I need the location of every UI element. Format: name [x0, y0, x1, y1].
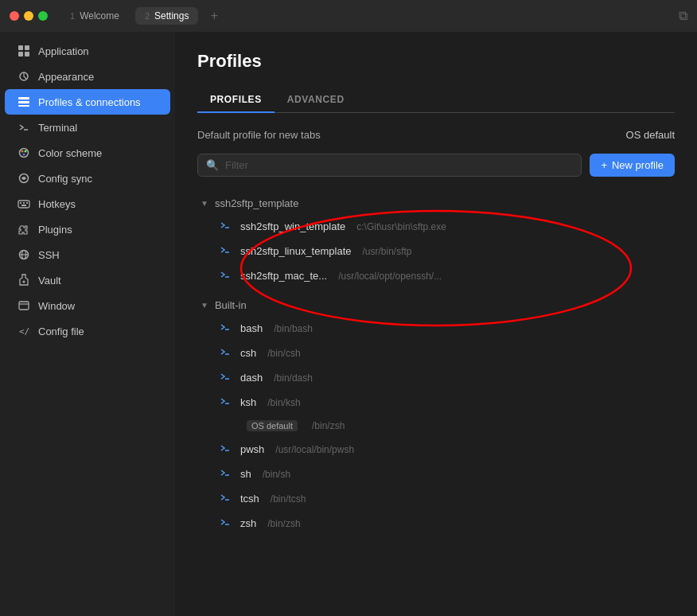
profile-path-pwsh: /usr/local/bin/pwsh — [275, 444, 354, 455]
minimize-button[interactable] — [24, 11, 33, 21]
profile-item-win[interactable]: ssh2sftp_win_template c:\Git\usr\bin\sft… — [197, 214, 675, 239]
svg-rect-15 — [20, 202, 21, 204]
profile-path-mac: /usr/local/opt/openssh/... — [338, 271, 442, 282]
sidebar-label-application: Application — [38, 45, 89, 57]
chevron-down-icon-builtin: ▼ — [201, 301, 208, 310]
add-tab-button[interactable]: + — [204, 6, 224, 25]
profile-terminal-icon-sh — [220, 467, 232, 481]
new-profile-button[interactable]: + New profile — [590, 154, 675, 177]
vault-icon — [18, 274, 30, 287]
profile-item-osdefault[interactable]: OS default /bin/zsh — [197, 415, 675, 437]
profile-name-bash: bash — [240, 322, 263, 334]
profile-terminal-icon-mac — [220, 269, 232, 283]
profile-path-zsh: /bin/zsh — [267, 518, 300, 529]
profile-item-tcsh[interactable]: tcsh /bin/tcsh — [197, 486, 675, 511]
svg-point-22 — [23, 281, 25, 283]
window-icon — [18, 299, 30, 312]
sidebar-item-hotkeys[interactable]: Hotkeys — [5, 191, 170, 216]
content-tabs: PROFILES ADVANCED — [197, 88, 675, 113]
svg-rect-23 — [19, 302, 29, 310]
group-label-builtin: Built-in — [215, 299, 247, 311]
maximize-button[interactable] — [38, 11, 48, 21]
profile-name-dash: dash — [240, 372, 263, 384]
profile-item-sh[interactable]: sh /bin/sh — [197, 462, 675, 486]
svg-rect-2 — [18, 52, 23, 57]
traffic-lights — [10, 11, 48, 21]
sidebar-label-hotkeys: Hotkeys — [38, 198, 76, 210]
tab-label-welcome: Welcome — [80, 10, 119, 21]
profile-path-sh: /bin/sh — [263, 469, 290, 480]
sidebar-item-appearance[interactable]: Appearance — [5, 64, 170, 89]
default-profile-label: Default profile for new tabs — [197, 129, 321, 141]
profile-item-zsh[interactable]: zsh /bin/zsh — [197, 511, 675, 536]
profile-name-csh: csh — [240, 347, 256, 359]
color-scheme-icon — [18, 146, 30, 159]
profile-name-win: ssh2sftp_win_template — [240, 220, 345, 232]
tab-label-settings: Settings — [154, 10, 189, 21]
tab-profiles[interactable]: PROFILES — [197, 88, 275, 113]
profile-item-mac[interactable]: ssh2sftp_mac_te... /usr/local/opt/openss… — [197, 263, 675, 288]
profile-item-bash[interactable]: bash /bin/bash — [197, 316, 675, 341]
profile-group-builtin: ▼ Built-in bash /bin/bash — [197, 294, 675, 536]
profile-terminal-icon-pwsh — [220, 443, 232, 456]
profile-path-csh: /bin/csh — [267, 348, 300, 359]
profile-item-pwsh[interactable]: pwsh /usr/local/bin/pwsh — [197, 437, 675, 462]
profile-path-ksh: /bin/ksh — [267, 397, 300, 408]
svg-point-12 — [23, 154, 25, 156]
sidebar-item-vault[interactable]: Vault — [5, 267, 170, 293]
svg-text:</>: </> — [19, 326, 30, 337]
group-header-builtin[interactable]: ▼ Built-in — [197, 294, 675, 316]
plugins-icon — [18, 223, 30, 236]
profile-name-ksh: ksh — [240, 396, 256, 408]
sidebar-item-config-file[interactable]: </> Config file — [5, 318, 170, 344]
profile-terminal-icon-tcsh — [220, 492, 232, 505]
profile-name-linux: ssh2sftp_linux_template — [240, 245, 351, 257]
profile-path-osdefault: /bin/zsh — [312, 420, 345, 431]
profile-path-linux: /usr/bin/sftp — [362, 246, 411, 257]
page-title: Profiles — [197, 51, 675, 72]
svg-rect-7 — [18, 105, 29, 107]
sidebar-item-plugins[interactable]: Plugins — [5, 216, 170, 242]
svg-rect-1 — [25, 45, 29, 50]
group-header-ssh2sftp[interactable]: ▼ ssh2sftp_template — [197, 193, 675, 214]
search-icon: 🔍 — [206, 159, 219, 171]
sidebar-label-plugins: Plugins — [38, 224, 72, 236]
tile-windows-button[interactable]: ⧉ — [679, 9, 687, 23]
sidebar-item-ssh[interactable]: SSH — [5, 242, 170, 267]
profile-name-zsh: zsh — [240, 517, 256, 529]
profile-item-dash[interactable]: dash /bin/dash — [197, 365, 675, 390]
sidebar-item-config-sync[interactable]: Config sync — [5, 166, 170, 191]
profile-item-ksh[interactable]: ksh /bin/ksh — [197, 390, 675, 415]
sidebar-item-terminal[interactable]: Terminal — [5, 115, 170, 140]
tab-settings[interactable]: 2 Settings — [135, 7, 198, 25]
sidebar: Application Appearance Profiles & connec… — [0, 32, 175, 616]
titlebar: 1 Welcome 2 Settings + ⧉ — [0, 0, 697, 32]
tab-number-welcome: 1 — [70, 11, 75, 21]
profile-name-mac: ssh2sftp_mac_te... — [240, 270, 327, 282]
sidebar-item-profiles[interactable]: Profiles & connections — [5, 89, 170, 115]
tab-welcome[interactable]: 1 Welcome — [60, 7, 129, 25]
config-file-icon: </> — [18, 325, 30, 337]
sidebar-label-color-scheme: Color scheme — [38, 147, 102, 159]
sidebar-label-profiles: Profiles & connections — [38, 96, 141, 108]
sidebar-label-vault: Vault — [38, 275, 61, 287]
sidebar-item-color-scheme[interactable]: Color scheme — [5, 140, 170, 166]
close-button[interactable] — [10, 11, 19, 21]
profiles-icon — [18, 96, 30, 108]
profiles-toolbar: 🔍 + New profile — [197, 154, 675, 177]
sidebar-label-config-file: Config file — [38, 326, 84, 337]
search-input[interactable] — [225, 159, 573, 171]
group-label-ssh2sftp: ssh2sftp_template — [215, 197, 299, 209]
svg-rect-3 — [25, 52, 29, 57]
profile-item-linux[interactable]: ssh2sftp_linux_template /usr/bin/sftp — [197, 239, 675, 263]
tab-number-settings: 2 — [145, 11, 150, 21]
profile-item-csh[interactable]: csh /bin/csh — [197, 341, 675, 365]
profile-path-win: c:\Git\usr\bin\sftp.exe — [356, 221, 446, 232]
svg-point-10 — [21, 150, 24, 153]
sidebar-label-window: Window — [38, 300, 75, 312]
sidebar-item-window[interactable]: Window — [5, 293, 170, 318]
tab-advanced[interactable]: ADVANCED — [275, 88, 357, 113]
new-profile-label: New profile — [612, 159, 664, 171]
sidebar-item-application[interactable]: Application — [5, 38, 170, 64]
profile-name-pwsh: pwsh — [240, 443, 264, 455]
